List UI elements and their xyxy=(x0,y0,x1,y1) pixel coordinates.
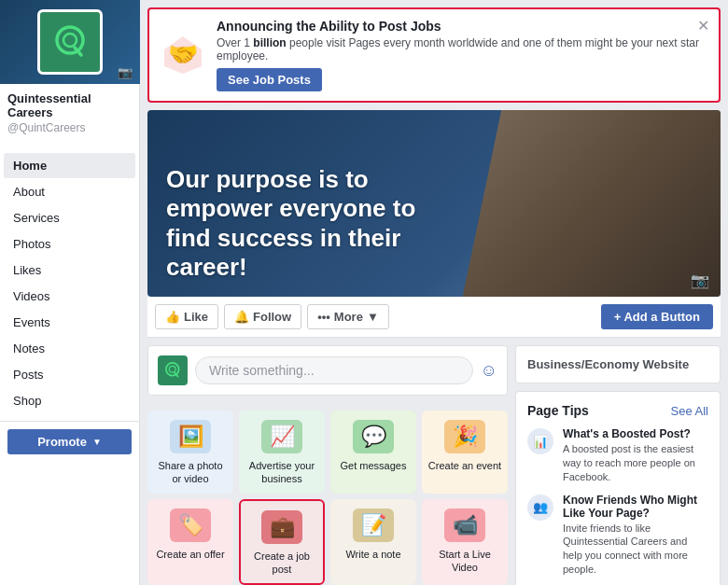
sidebar-divider xyxy=(0,421,139,422)
action-tiles-grid: 🖼️ Share a photo or video 📈 Advertise yo… xyxy=(147,411,508,585)
tile-label-job: Create a job post xyxy=(246,550,317,577)
follow-icon: 🔔 xyxy=(234,310,249,324)
tile-label-live: Start a Live Video xyxy=(427,548,502,575)
see-job-posts-button[interactable]: See Job Posts xyxy=(217,68,322,91)
tile-label-offer: Create an offer xyxy=(156,548,224,561)
avatar xyxy=(37,9,103,75)
tile-create-offer[interactable]: 🏷️ Create an offer xyxy=(147,499,233,585)
svg-point-1 xyxy=(63,34,77,47)
tile-advertise[interactable]: 📈 Advertise your business xyxy=(239,411,325,494)
svg-point-0 xyxy=(57,27,83,53)
banner-title: Announcing the Ability to Post Jobs xyxy=(217,19,707,34)
tile-create-job[interactable]: 💼 Create a job post xyxy=(239,499,325,585)
advertise-tile-icon: 📈 xyxy=(261,420,302,453)
sidebar-item-shop[interactable]: Shop xyxy=(4,388,135,413)
tips-title: Page Tips xyxy=(527,403,589,418)
promote-button[interactable]: Promote ▼ xyxy=(7,429,132,454)
tips-header: Page Tips See All xyxy=(527,403,708,418)
sidebar-item-notes[interactable]: Notes xyxy=(4,336,135,361)
main-content: 🤝 Announcing the Ability to Post Jobs Ov… xyxy=(140,0,728,585)
sidebar-item-services[interactable]: Services xyxy=(4,205,135,230)
cover-photo-camera-icon[interactable]: 📷 xyxy=(691,272,709,289)
sidebar-profile: 📷 Quintessential Careers @QuintCareers xyxy=(0,0,139,149)
announcement-banner: 🤝 Announcing the Ability to Post Jobs Ov… xyxy=(147,7,721,103)
banner-description: Over 1 billion people visit Pages every … xyxy=(217,36,707,63)
offer-tile-icon: 🏷️ xyxy=(170,508,211,542)
more-button[interactable]: ••• More ▼ xyxy=(307,304,389,329)
right-column: Business/Economy Website Page Tips See A… xyxy=(515,345,721,585)
see-all-link[interactable]: See All xyxy=(671,404,708,418)
tile-label-advertise: Advertise your business xyxy=(245,459,319,486)
tile-create-event[interactable]: 🎉 Create an event xyxy=(422,411,508,494)
banner-close-icon[interactable]: ✕ xyxy=(697,17,709,35)
svg-point-6 xyxy=(169,366,175,372)
cover-photo: Our purpose is to empower everyone to fi… xyxy=(147,110,721,297)
more-dots-icon: ••• xyxy=(317,310,330,324)
note-tile-icon: 📝 xyxy=(353,508,394,542)
tip-2-desc: Invite friends to like Quintessential Ca… xyxy=(563,522,708,577)
svg-point-5 xyxy=(166,363,179,376)
tip-content-1: What's a Boosted Post? A boosted post is… xyxy=(563,427,708,484)
banner-content: Announcing the Ability to Post Jobs Over… xyxy=(217,19,707,91)
tip-2-title: Know Friends Who Might Like Your Page? xyxy=(563,494,708,520)
tile-live-video[interactable]: 📹 Start a Live Video xyxy=(422,499,508,585)
sidebar-item-home[interactable]: Home xyxy=(4,153,135,178)
sidebar-item-about[interactable]: About xyxy=(4,179,135,204)
banner-icon: 🤝 xyxy=(161,33,205,77)
sidebar-item-videos[interactable]: Videos xyxy=(4,284,135,309)
like-button[interactable]: 👍 Like xyxy=(155,304,218,329)
page-logo-icon xyxy=(49,21,91,63)
more-label: More xyxy=(334,310,363,324)
composer-input[interactable]: Write something... xyxy=(195,356,473,384)
live-tile-icon: 📹 xyxy=(444,508,485,542)
tile-share-photo[interactable]: 🖼️ Share a photo or video xyxy=(147,411,233,494)
page-tips: Page Tips See All 📊 What's a Boosted Pos… xyxy=(515,391,721,585)
tip-item-2: 👥 Know Friends Who Might Like Your Page?… xyxy=(527,494,708,577)
chevron-down-icon: ▼ xyxy=(92,437,102,447)
tile-label-note: Write a note xyxy=(345,548,400,561)
messages-tile-icon: 💬 xyxy=(353,420,394,453)
tip-item-1: 📊 What's a Boosted Post? A boosted post … xyxy=(527,427,708,484)
more-chevron-icon: ▼ xyxy=(367,310,379,324)
sidebar-item-posts[interactable]: Posts xyxy=(4,362,135,387)
tile-label-photo: Share a photo or video xyxy=(153,459,228,486)
cover-camera-icon[interactable]: 📷 xyxy=(118,65,133,79)
content-area: Write something... ☺ 🖼️ Share a photo or… xyxy=(140,338,728,585)
sidebar-item-likes[interactable]: Likes xyxy=(4,258,135,283)
tip-1-title: What's a Boosted Post? xyxy=(563,427,708,440)
feed-column: Write something... ☺ 🖼️ Share a photo or… xyxy=(147,345,508,585)
like-label: Like xyxy=(184,310,208,324)
add-a-button[interactable]: + Add a Button xyxy=(601,304,713,329)
tile-label-messages: Get messages xyxy=(341,459,407,472)
tip-1-desc: A boosted post is the easiest way to rea… xyxy=(563,442,708,484)
sidebar: 📷 Quintessential Careers @QuintCareers H… xyxy=(0,0,140,585)
business-type: Business/Economy Website xyxy=(515,345,721,383)
sidebar-item-photos[interactable]: Photos xyxy=(4,231,135,257)
tip-bar-icon: 📊 xyxy=(527,428,553,454)
action-bar: 👍 Like 🔔 Follow ••• More ▼ + Add a Butto… xyxy=(147,297,721,338)
follow-button[interactable]: 🔔 Follow xyxy=(224,304,301,329)
tile-write-note[interactable]: 📝 Write a note xyxy=(330,499,416,585)
composer-emoji-icon[interactable]: ☺ xyxy=(481,361,497,381)
tile-get-messages[interactable]: 💬 Get messages xyxy=(330,411,416,494)
promote-label: Promote xyxy=(37,435,87,449)
composer-avatar xyxy=(158,355,188,385)
sidebar-item-events[interactable]: Events xyxy=(4,310,135,335)
tip-people-icon: 👥 xyxy=(527,494,553,521)
profile-cover-thumbnail: 📷 xyxy=(0,0,140,84)
tip-content-2: Know Friends Who Might Like Your Page? I… xyxy=(563,494,708,577)
svg-text:🤝: 🤝 xyxy=(168,39,199,69)
page-handle: @QuintCareers xyxy=(0,121,139,142)
like-icon: 👍 xyxy=(165,310,180,324)
post-composer: Write something... ☺ xyxy=(147,345,508,396)
follow-label: Follow xyxy=(253,310,291,324)
composer-top: Write something... ☺ xyxy=(158,355,497,385)
job-tile-icon: 💼 xyxy=(261,510,302,544)
tile-label-event: Create an event xyxy=(428,459,501,472)
page-name: Quintessential Careers xyxy=(0,84,139,121)
event-tile-icon: 🎉 xyxy=(444,420,485,453)
cover-desk-decoration xyxy=(463,110,721,297)
photo-tile-icon: 🖼️ xyxy=(170,420,211,453)
sidebar-nav: Home About Services Photos Likes Videos … xyxy=(0,153,139,413)
cover-text: Our purpose is to empower everyone to fi… xyxy=(147,150,463,297)
